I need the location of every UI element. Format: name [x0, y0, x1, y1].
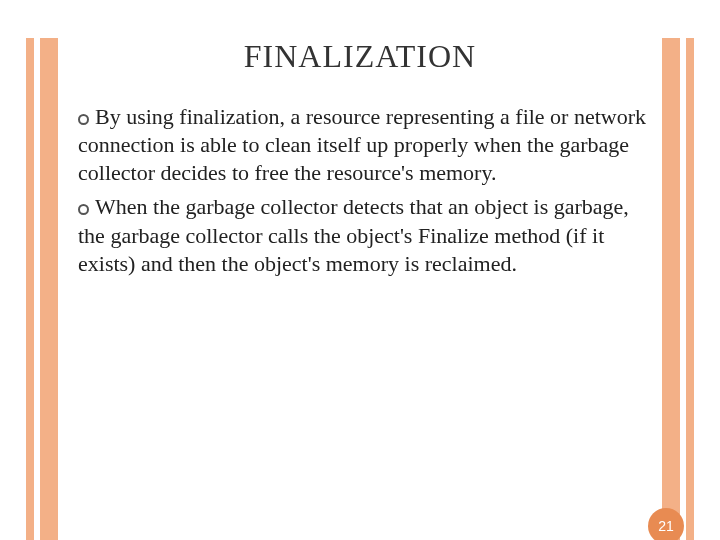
list-item: By using finalization, a resource repres…: [78, 103, 648, 187]
decor-stripe-right-thin: [686, 38, 694, 540]
circle-bullet-icon: [78, 204, 89, 215]
slide-body: By using finalization, a resource repres…: [78, 103, 648, 278]
circle-bullet-icon: [78, 114, 89, 125]
page-number-badge: 21: [648, 508, 684, 540]
page-number: 21: [658, 518, 674, 534]
decor-stripe-left-thin: [26, 38, 34, 540]
slide: FINALIZATION By using finalization, a re…: [0, 38, 720, 540]
decor-stripe-right-thick: [662, 38, 680, 540]
decor-stripe-left-thick: [40, 38, 58, 540]
bullet-text: By using finalization, a resource repres…: [78, 104, 646, 185]
list-item: When the garbage collector detects that …: [78, 193, 648, 277]
bullet-text: When the garbage collector detects that …: [78, 194, 629, 275]
slide-title: FINALIZATION: [0, 38, 720, 75]
